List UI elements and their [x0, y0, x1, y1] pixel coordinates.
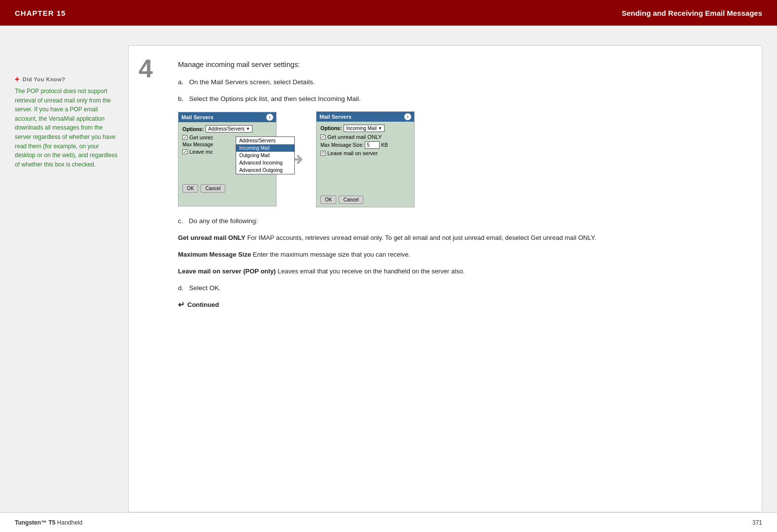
desc-leave-mail-body: Leaves email that you receive on the han…	[278, 267, 464, 275]
dyk-plus-icon: +	[15, 75, 20, 84]
screen-left-ok-btn[interactable]: OK	[182, 184, 198, 193]
screen-right-field-value[interactable]: 5	[365, 141, 380, 149]
did-you-know-box: + Did You Know? The POP protocol does no…	[15, 75, 118, 169]
desc-leave-mail-term: Leave mail on server (POP only)	[178, 267, 276, 275]
screen-left-info-icon: i	[266, 114, 273, 121]
screen-right-dropdown[interactable]: Incoming Mail ▼	[344, 125, 385, 132]
dropdown-item-adv-incoming[interactable]: Advanced Incoming	[236, 159, 294, 166]
dyk-header: + Did You Know?	[15, 75, 118, 84]
dropdown-item-outgoing[interactable]: Outgoing Mail	[236, 152, 294, 159]
continued-icon: ↵	[178, 300, 184, 309]
screen-right-checkbox2[interactable]: ✓	[320, 151, 325, 156]
screen-right-checkbox1-label: Get unread mail ONLY	[327, 134, 382, 140]
step-label-d: d.	[178, 284, 187, 292]
screen-right-title: Mail Servers	[319, 114, 352, 120]
dropdown-item-address[interactable]: Address/Servers	[236, 137, 294, 144]
desc-max-size-body: Enter the maximum message size that you …	[253, 251, 410, 258]
screen-left-titlebar: Mail Servers i	[178, 112, 276, 122]
step-item-c: c. Do any of the following:	[178, 216, 742, 226]
page-header: CHAPTER 15 Sending and Receiving Email M…	[0, 0, 777, 26]
step-label-b: b.	[178, 95, 187, 102]
screen-left-checkbox1[interactable]: ✓	[182, 135, 187, 140]
step-item-b: b. Select the Options pick list, and the…	[178, 94, 742, 104]
screenshots-row: Mail Servers i Options: Address/Servers …	[178, 111, 742, 207]
footer-brand-suffix: Handheld	[57, 519, 82, 526]
chapter-title: Sending and Receiving Email Messages	[622, 9, 762, 17]
screen-right-field-label: Max Message Size:	[320, 142, 363, 148]
screen-right-titlebar: Mail Servers i	[317, 112, 414, 122]
dropdown-item-adv-outgoing[interactable]: Advanced Outgoing	[236, 166, 294, 174]
screen-right-options-row: Options: Incoming Mail ▼	[320, 125, 410, 132]
screen-right-options-label: Options:	[320, 125, 342, 131]
screen-left-dropdown-value: Address/Servers	[208, 126, 245, 132]
desc-get-unread-body: For IMAP accounts, retrieves unread emai…	[247, 234, 596, 241]
screen-left-field-label: Max Message	[182, 142, 213, 147]
step-label-c: c.	[178, 217, 187, 225]
dyk-title: Did You Know?	[23, 76, 66, 82]
step-label-a: a.	[178, 78, 187, 86]
screen-left-cancel-btn[interactable]: Cancel	[201, 184, 225, 193]
screen-right-footer: OK Cancel	[320, 196, 410, 204]
screen-right-body: Options: Incoming Mail ▼ ✓ Get unread ma…	[317, 122, 414, 207]
main-content: + Did You Know? The POP protocol does no…	[0, 26, 777, 512]
screen-right-checkbox1[interactable]: ✓	[320, 134, 325, 139]
footer-brand: Tungsten™ T5 Handheld	[15, 519, 82, 526]
desc-max-size: Maximum Message Size Enter the maximum m…	[178, 250, 742, 260]
sidebar: + Did You Know? The POP protocol does no…	[15, 45, 128, 512]
screen-left-dropdown-arrow: ▼	[246, 127, 250, 131]
screen-left-footer: OK Cancel	[182, 184, 272, 193]
screen-right-checkbox2-label: Leave mail on server	[327, 150, 378, 156]
desc-max-size-term: Maximum Message Size	[178, 251, 251, 258]
step-text-c: Do any of the following:	[189, 217, 258, 225]
desc-get-unread: Get unread mail ONLY For IMAP accounts, …	[178, 233, 742, 243]
screen-right-field-unit: KB	[381, 142, 388, 148]
footer-page-number: 371	[752, 519, 762, 526]
screen-right-dropdown-arrow: ▼	[378, 126, 382, 131]
dropdown-item-incoming[interactable]: Incoming Mail	[236, 144, 294, 152]
content-area: 4 Manage incoming mail server settings: …	[128, 45, 762, 512]
page-footer: Tungsten™ T5 Handheld 371	[0, 512, 777, 532]
screen-right-checkbox2-row: ✓ Leave mail on server	[320, 150, 410, 156]
screen-right-cancel-btn[interactable]: Cancel	[339, 196, 363, 204]
dyk-body-text: The POP protocol does not support retrie…	[15, 87, 118, 169]
screen-right-checkbox1-row: ✓ Get unread mail ONLY	[320, 134, 410, 140]
step-item-a: a. On the Mail Servers screen, select De…	[178, 77, 742, 87]
screen-left-checkbox2[interactable]: ✓	[182, 149, 187, 154]
screen-left: Mail Servers i Options: Address/Servers …	[178, 112, 277, 206]
screen-left-body: Options: Address/Servers ▼ Address/Serve…	[178, 122, 276, 206]
screen-left-title: Mail Servers	[181, 114, 213, 120]
footer-brand-name: Tungsten™ T5	[15, 519, 55, 526]
desc-leave-mail: Leave mail on server (POP only) Leaves e…	[178, 266, 742, 276]
step-item-d: d. Select OK.	[178, 283, 742, 293]
screen-right-info-icon: i	[404, 113, 411, 120]
screen-left-options-row: Options: Address/Servers ▼ Address/Serve…	[182, 125, 272, 133]
screen-right-field-row: Max Message Size: 5 KB	[320, 141, 410, 149]
screen-left-dropdown-popup: Address/Servers Incoming Mail Outgoing M…	[236, 136, 295, 174]
continued-line: ↵ Continued	[178, 300, 742, 309]
chapter-label: CHAPTER 15	[15, 9, 66, 17]
screen-left-checkbox1-label: Get unrec	[189, 134, 213, 140]
step-content: Manage incoming mail server settings: a.…	[178, 61, 742, 309]
step-text-d: Select OK.	[189, 284, 221, 292]
screen-left-checkbox2-label: Leave mc	[189, 149, 213, 155]
screen-left-options-label: Options:	[182, 126, 204, 132]
screen-right-dropdown-value: Incoming Mail	[346, 126, 377, 131]
desc-get-unread-term: Get unread mail ONLY	[178, 234, 246, 241]
step-number: 4	[139, 56, 153, 81]
continued-text: Continued	[187, 301, 219, 308]
step-text-b: Select the Options pick list, and then s…	[189, 95, 361, 102]
screen-right: Mail Servers i Options: Incoming Mail ▼	[316, 111, 415, 207]
screen-right-ok-btn[interactable]: OK	[320, 196, 336, 204]
screen-left-dropdown[interactable]: Address/Servers ▼ Address/Servers Incomi…	[206, 125, 252, 133]
step-text-a: On the Mail Servers screen, select Detai…	[189, 78, 315, 86]
step-intro: Manage incoming mail server settings:	[178, 61, 742, 68]
